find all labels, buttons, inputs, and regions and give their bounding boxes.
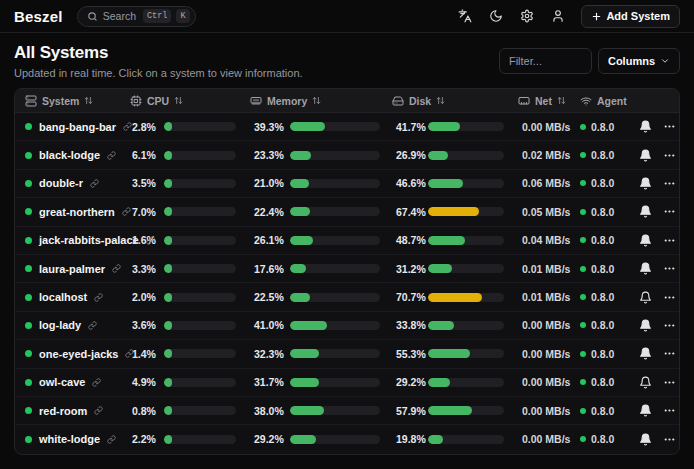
column-header-net[interactable]: Net [518, 89, 580, 112]
link-icon[interactable] [107, 151, 116, 160]
link-icon[interactable] [88, 321, 97, 330]
table-row[interactable]: log-lady 3.6% 41.0% 33.8% 0.00 MB/s 0.8.… [15, 312, 679, 340]
row-menu-button[interactable] [658, 201, 680, 223]
systems-table: System CPU Memory Disk Net [14, 88, 680, 455]
net-value: 0.00 MB/s [518, 405, 580, 417]
memory-value: 39.3% [254, 121, 284, 133]
column-header-cpu[interactable]: CPU [130, 89, 250, 112]
theme-toggle-button[interactable] [484, 4, 508, 28]
search-input[interactable]: Search Ctrl K [77, 6, 196, 27]
disk-value: 57.9% [396, 405, 424, 417]
bell-icon [639, 120, 652, 133]
agent-status-dot [580, 152, 586, 158]
user-menu-button[interactable] [546, 4, 570, 28]
row-menu-button[interactable] [658, 229, 680, 251]
link-icon[interactable] [92, 378, 101, 387]
columns-button[interactable]: Columns [598, 48, 680, 74]
alerts-button[interactable] [634, 314, 656, 336]
server-icon [25, 95, 37, 107]
table-row[interactable]: great-northern 7.0% 22.4% 67.4% 0.05 MB/… [15, 198, 679, 226]
link-icon[interactable] [146, 236, 155, 245]
filter-input[interactable] [499, 48, 592, 74]
system-name: red-room [39, 405, 87, 417]
table-row[interactable]: red-room 0.8% 38.0% 57.9% 0.00 MB/s 0.8.… [15, 397, 679, 425]
link-icon[interactable] [94, 293, 103, 302]
link-icon[interactable] [90, 179, 99, 188]
column-header-disk[interactable]: Disk [392, 89, 518, 112]
app-logo[interactable]: Beszel [14, 8, 63, 25]
row-menu-button[interactable] [658, 371, 680, 393]
plus-icon [591, 11, 602, 22]
row-menu-button[interactable] [658, 144, 680, 166]
agent-status-dot [580, 180, 586, 186]
column-label: Net [535, 95, 552, 107]
table-row[interactable]: bang-bang-bar 2.8% 39.3% 41.7% 0.00 MB/s… [15, 113, 679, 141]
link-icon[interactable] [112, 264, 121, 273]
link-icon[interactable] [107, 435, 116, 444]
link-icon[interactable] [122, 207, 131, 216]
sort-icon [174, 96, 183, 105]
column-header-system[interactable]: System [15, 89, 130, 112]
row-menu-button[interactable] [658, 286, 680, 308]
link-icon[interactable] [94, 406, 103, 415]
memory-value: 21.0% [254, 177, 284, 189]
alerts-button[interactable] [634, 116, 656, 138]
page-title: All Systems [14, 43, 303, 63]
alerts-button[interactable] [634, 428, 656, 450]
table-row[interactable]: white-lodge 2.2% 29.2% 19.8% 0.00 MB/s 0… [15, 425, 679, 453]
table-row[interactable]: owl-cave 4.9% 31.7% 29.2% 0.00 MB/s 0.8.… [15, 369, 679, 397]
disk-meter [428, 321, 504, 330]
agent-status-dot [580, 266, 586, 272]
row-menu-button[interactable] [658, 172, 680, 194]
table-row[interactable]: one-eyed-jacks 1.4% 32.3% 55.3% 0.00 MB/… [15, 340, 679, 368]
sort-icon [84, 96, 93, 105]
alerts-button[interactable] [634, 229, 656, 251]
languages-icon [458, 9, 472, 23]
memory-value: 38.0% [254, 405, 284, 417]
table-row[interactable]: laura-palmer 3.3% 17.6% 31.2% 0.01 MB/s … [15, 255, 679, 283]
alerts-button[interactable] [634, 258, 656, 280]
disk-value: 46.6% [396, 177, 424, 189]
row-menu-button[interactable] [658, 428, 680, 450]
user-icon [551, 9, 565, 23]
disk-value: 67.4% [396, 206, 424, 218]
row-menu-button[interactable] [658, 258, 680, 280]
row-menu-button[interactable] [658, 343, 680, 365]
system-name: laura-palmer [39, 263, 105, 275]
page-subtitle: Updated in real time. Click on a system … [14, 67, 303, 79]
alerts-button[interactable] [634, 172, 656, 194]
status-dot [25, 208, 32, 215]
alerts-button[interactable] [634, 371, 656, 393]
column-label: System [42, 95, 79, 107]
settings-button[interactable] [515, 4, 539, 28]
disk-value: 29.2% [396, 376, 424, 388]
column-header-memory[interactable]: Memory [250, 89, 392, 112]
table-row[interactable]: jack-rabbits-palace 1.6% 26.1% 48.7% 0.0… [15, 227, 679, 255]
table-body: bang-bang-bar 2.8% 39.3% 41.7% 0.00 MB/s… [15, 113, 679, 454]
row-menu-button[interactable] [658, 314, 680, 336]
alerts-button[interactable] [634, 286, 656, 308]
add-system-button[interactable]: Add System [581, 5, 680, 28]
ellipsis-icon [663, 149, 676, 162]
alerts-button[interactable] [634, 201, 656, 223]
alerts-button[interactable] [634, 144, 656, 166]
link-icon[interactable] [123, 122, 132, 131]
cpu-value: 0.8% [132, 405, 158, 417]
cpu-value: 3.6% [132, 319, 158, 331]
language-button[interactable] [453, 4, 477, 28]
net-value: 0.02 MB/s [518, 149, 580, 161]
agent-version: 0.8.0 [591, 263, 614, 275]
system-name: log-lady [39, 319, 81, 331]
table-row[interactable]: localhost 2.0% 22.5% 70.7% 0.01 MB/s 0.8… [15, 283, 679, 311]
row-menu-button[interactable] [658, 116, 680, 138]
link-icon[interactable] [125, 349, 134, 358]
disk-meter [428, 207, 504, 216]
net-value: 0.00 MB/s [518, 376, 580, 388]
alerts-button[interactable] [634, 400, 656, 422]
memory-meter [290, 435, 380, 444]
table-row[interactable]: black-lodge 6.1% 23.3% 26.9% 0.02 MB/s 0… [15, 141, 679, 169]
row-menu-button[interactable] [658, 400, 680, 422]
table-row[interactable]: double-r 3.5% 21.0% 46.6% 0.06 MB/s 0.8.… [15, 170, 679, 198]
alerts-button[interactable] [634, 343, 656, 365]
cpu-meter [164, 151, 236, 160]
